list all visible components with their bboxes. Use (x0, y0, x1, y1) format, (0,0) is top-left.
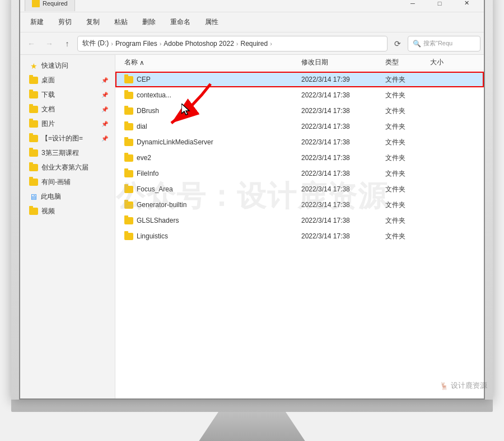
file-name: eve2 (137, 154, 151, 162)
file-name: contextua... (137, 91, 171, 99)
titlebar: Required ─ □ ✕ (20, 0, 484, 12)
table-row[interactable]: Generator-builtin 2022/3/14 17:38 文件夹 (115, 197, 484, 213)
active-tab[interactable]: Required (25, 0, 75, 11)
table-row[interactable]: CEP 2022/3/14 17:39 文件夹 (115, 72, 484, 87)
folder-icon (124, 154, 133, 162)
sidebar-item-video[interactable]: 视频 (22, 204, 113, 218)
folder-icon (29, 179, 38, 186)
file-date: 2022/3/14 17:38 (301, 138, 385, 146)
sidebar-item-quick-access[interactable]: ★ 快速访问 (22, 59, 113, 73)
folder-icon (29, 208, 38, 215)
breadcrumb-program-files[interactable]: Program Files (115, 40, 157, 48)
monitor: Required ─ □ ✕ 新建 剪切 复制 粘贴 删除 重命名 属性 (11, 0, 493, 400)
file-name-cell: Linguistics (124, 232, 301, 240)
search-box[interactable]: 🔍 搜索"Requ (408, 36, 480, 51)
file-name: FileInfo (137, 170, 158, 177)
refresh-button[interactable]: ⟳ (390, 36, 405, 51)
file-name-cell: contextua... (124, 91, 301, 99)
file-name: DBrush (137, 107, 159, 115)
table-row[interactable]: GLSLShaders 2022/3/14 17:38 文件夹 (115, 213, 484, 228)
screen: Required ─ □ ✕ 新建 剪切 复制 粘贴 删除 重命名 属性 (19, 0, 485, 400)
table-row[interactable]: DynamicLinkMediaServer 2022/3/14 17:38 文… (115, 134, 484, 150)
breadcrumb-sep-1: › (160, 40, 162, 47)
sidebar-item-documents[interactable]: 文档 📌 (22, 102, 113, 116)
folder-icon (124, 139, 133, 146)
file-type: 文件夹 (385, 153, 430, 163)
sidebar-item-label: 视频 (41, 207, 55, 216)
address-bar[interactable]: 软件 (D:) › Program Files › Adobe Photosho… (77, 36, 388, 51)
file-date: 2022/3/14 17:38 (301, 123, 385, 130)
folder-icon (124, 170, 133, 177)
sidebar-item-label: 创业大赛第六届 (41, 163, 88, 172)
ribbon-copy-button[interactable]: 复制 (81, 15, 105, 29)
sidebar-item-design[interactable]: 【=设计的图= 📌 (22, 132, 113, 146)
col-size-header[interactable]: 大小 (430, 58, 475, 67)
col-name-header[interactable]: 名称 ∧ (124, 58, 301, 67)
computer-icon: 🖥 (29, 192, 38, 201)
ribbon-new-button[interactable]: 新建 (25, 15, 49, 29)
ribbon-rename-button[interactable]: 重命名 (165, 15, 196, 29)
explorer-body: ★ 快速访问 桌面 📌 下载 📌 文档 (20, 55, 484, 398)
table-row[interactable]: dial 2022/3/14 17:38 文件夹 (115, 119, 484, 134)
sort-icon: ∧ (139, 59, 144, 67)
ribbon-paste-button[interactable]: 粘贴 (109, 15, 133, 29)
table-row[interactable]: contextua... 2022/3/14 17:38 文件夹 (115, 87, 484, 103)
minimize-button[interactable]: ─ (400, 0, 426, 11)
breadcrumb-photoshop[interactable]: Adobe Photoshop 2022 (164, 40, 234, 48)
table-row[interactable]: Linguistics 2022/3/14 17:38 文件夹 (115, 228, 484, 244)
monitor-base-top (11, 400, 493, 412)
folder-icon (124, 123, 133, 130)
navigation-bar: ← → ↑ 软件 (D:) › Program Files › Adobe Ph… (20, 32, 484, 55)
file-name-cell: eve2 (124, 154, 301, 162)
maximize-button[interactable]: □ (427, 0, 452, 11)
breadcrumb-sep-2: › (236, 40, 239, 47)
file-type: 文件夹 (385, 200, 430, 210)
titlebar-tabs: Required (25, 0, 400, 11)
col-date-header[interactable]: 修改日期 (301, 58, 385, 67)
sidebar-item-downloads[interactable]: 下载 📌 (22, 88, 113, 102)
pin-icon: 📌 (101, 77, 108, 83)
file-type: 文件夹 (385, 106, 430, 116)
table-row[interactable]: FileInfo 2022/3/14 17:38 文件夹 (115, 166, 484, 181)
file-name-cell: GLSLShaders (124, 217, 301, 224)
file-date: 2022/3/14 17:38 (301, 201, 385, 209)
up-button[interactable]: ↑ (59, 36, 75, 51)
file-type: 文件夹 (385, 185, 430, 194)
sidebar-item-pictures[interactable]: 图片 📌 (22, 117, 113, 131)
file-name: Linguistics (137, 232, 168, 240)
breadcrumb-sep-0: › (111, 40, 113, 47)
sidebar-item-label: 下载 (41, 90, 55, 100)
folder-icon (124, 76, 133, 83)
file-name-cell: dial (124, 123, 301, 130)
sidebar-item-course[interactable]: 3第三期课程 (22, 146, 113, 160)
sidebar-item-label: 此电脑 (41, 192, 61, 201)
ribbon-delete-button[interactable]: 删除 (137, 15, 161, 29)
ribbon-cut-button[interactable]: 剪切 (53, 15, 77, 29)
table-row[interactable]: eve2 2022/3/14 17:38 文件夹 (115, 150, 484, 166)
col-type-header[interactable]: 类型 (385, 58, 430, 67)
file-name: DynamicLinkMediaServer (137, 138, 213, 146)
file-date: 2022/3/14 17:38 (301, 170, 385, 177)
close-button[interactable]: ✕ (454, 0, 479, 11)
sidebar-item-huafu[interactable]: 有间-画辅 (22, 175, 113, 189)
window-controls: ─ □ ✕ (400, 0, 479, 11)
monitor-container: Required ─ □ ✕ 新建 剪切 复制 粘贴 删除 重命名 属性 (11, 0, 493, 441)
file-type: 文件夹 (385, 91, 430, 100)
sidebar-item-this-pc[interactable]: 🖥 此电脑 (22, 190, 113, 204)
file-type: 文件夹 (385, 216, 430, 226)
back-button[interactable]: ← (24, 36, 39, 51)
breadcrumb-drive[interactable]: 软件 (D:) (82, 39, 109, 48)
sidebar-item-startup[interactable]: 创业大赛第六届 (22, 161, 113, 175)
forward-button[interactable]: → (41, 36, 57, 51)
file-name-cell: Generator-builtin (124, 201, 301, 209)
breadcrumb-sep-3: › (270, 40, 272, 47)
table-row[interactable]: Focus_Area 2022/3/14 17:38 文件夹 (115, 181, 484, 197)
column-headers: 名称 ∧ 修改日期 类型 大小 (115, 55, 484, 71)
sidebar-item-desktop[interactable]: 桌面 📌 (22, 73, 113, 87)
folder-icon (29, 120, 38, 128)
file-type: 文件夹 (385, 75, 430, 85)
breadcrumb-required[interactable]: Required (240, 40, 268, 48)
table-row[interactable]: DBrush 2022/3/14 17:38 文件夹 (115, 103, 484, 119)
file-type: 文件夹 (385, 169, 430, 179)
ribbon-properties-button[interactable]: 属性 (199, 15, 224, 29)
